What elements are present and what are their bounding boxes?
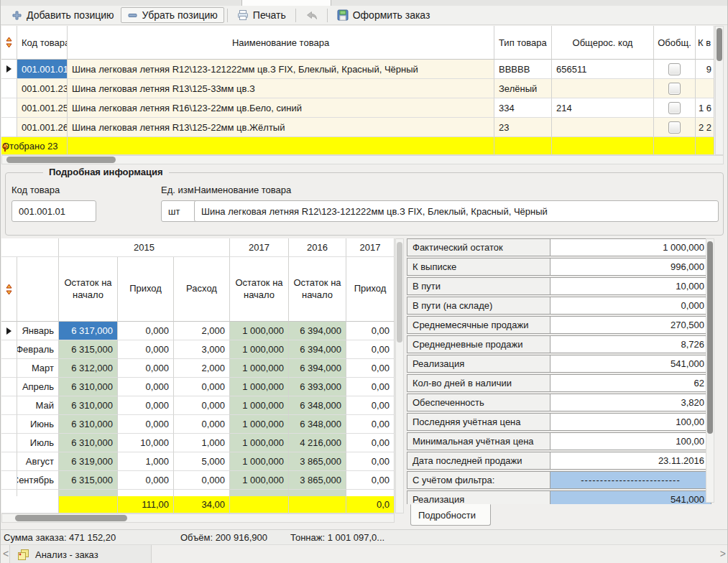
value-cell[interactable]: 1 000,000	[230, 340, 289, 359]
scroll-tabs-right-icon[interactable]: >	[720, 548, 726, 559]
column-header-name[interactable]: Наименование товара	[68, 26, 494, 60]
value-cell[interactable]: 1 000,000	[230, 434, 289, 452]
info-value-cell[interactable]: 1 000,000	[550, 238, 711, 256]
value-cell[interactable]: 6 394,000	[289, 322, 346, 340]
info-value-cell[interactable]: 541,000	[550, 355, 711, 373]
value-cell[interactable]: 6 317,000	[59, 322, 118, 340]
value-cell[interactable]: 1,000	[174, 434, 230, 452]
column-header[interactable]: Приход	[346, 257, 395, 322]
value-cell[interactable]: 0,000	[118, 471, 174, 490]
value-cell[interactable]: 4 216,000	[289, 434, 346, 452]
info-value-cell[interactable]: 270,500	[550, 316, 711, 334]
product-code-cell[interactable]: 001.001.26	[17, 118, 68, 137]
year-header[interactable]: 2016	[289, 238, 346, 257]
product-code-cell[interactable]: 001.001.25	[17, 98, 68, 118]
value-cell[interactable]: 2,000	[174, 322, 230, 340]
active-tab-remnant[interactable]	[241, 0, 331, 6]
value-cell[interactable]: 1 000,000	[230, 452, 289, 471]
value-cell[interactable]: 3,000	[174, 340, 230, 359]
value-cell[interactable]: 0,00	[346, 415, 395, 434]
generalized-checkbox[interactable]	[668, 83, 681, 95]
code-field[interactable]	[11, 200, 96, 222]
value-cell[interactable]: 3 865,000	[289, 452, 346, 471]
product-type-cell[interactable]: Зелёный	[494, 79, 552, 98]
value-cell[interactable]: 0,000	[174, 378, 230, 396]
info-value-cell[interactable]: 3,820	[550, 394, 711, 411]
column-header[interactable]: Приход	[118, 257, 174, 322]
value-cell[interactable]: 6 394,000	[289, 359, 346, 378]
tab-analysis-order[interactable]: Анализ - заказ	[9, 545, 152, 563]
product-code-cell[interactable]: 001.001.01	[17, 60, 68, 79]
column-header[interactable]: Расход	[174, 257, 230, 322]
clipped-value-cell[interactable]: 2 2	[696, 118, 714, 137]
value-cell[interactable]: 1 000,000	[230, 415, 289, 434]
month-cell[interactable]: Февраль	[17, 340, 59, 359]
value-cell[interactable]: 6 319,000	[59, 452, 118, 471]
month-cell[interactable]: Май	[17, 396, 59, 415]
product-name-cell[interactable]: Шина легковая летняя R12\123-121222мм цв…	[68, 60, 494, 79]
column-header-clipped[interactable]: К в	[696, 26, 714, 60]
value-cell[interactable]: 0,00	[346, 452, 395, 471]
info-value-cell[interactable]: 100,00	[550, 432, 711, 450]
value-cell[interactable]: 0,00	[346, 322, 395, 340]
name-field[interactable]	[194, 200, 719, 222]
product-type-cell[interactable]: 23	[494, 118, 552, 137]
value-cell[interactable]: 2,000	[174, 359, 230, 378]
value-cell[interactable]: 6 310,000	[59, 434, 118, 452]
month-cell[interactable]: Август	[17, 452, 59, 471]
value-cell[interactable]: 0,000	[118, 340, 174, 359]
product-type-cell[interactable]: BBBBB	[494, 60, 552, 79]
tab-podrobnosti[interactable]: Подробности	[410, 504, 491, 526]
month-cell[interactable]: Июнь	[17, 415, 59, 434]
info-value-cell[interactable]: 996,000	[550, 258, 711, 276]
column-header-national-code[interactable]: Общерос. код	[552, 26, 654, 60]
value-cell[interactable]: 0,000	[118, 359, 174, 378]
scroll-tabs-left-icon[interactable]: <	[3, 548, 9, 559]
value-cell[interactable]: 5,000	[174, 452, 230, 471]
info-value-cell[interactable]: 23.11.2016	[550, 452, 711, 470]
value-cell[interactable]: 0,000	[118, 378, 174, 396]
info-value-cell[interactable]: 62	[550, 374, 711, 392]
month-cell[interactable]: Март	[17, 359, 59, 378]
year-header[interactable]: 2017	[346, 238, 395, 257]
value-cell[interactable]: 0,000	[118, 322, 174, 340]
generalized-checkbox[interactable]	[668, 121, 681, 134]
column-header-generalized[interactable]: Обобщ.	[654, 26, 696, 60]
value-cell[interactable]: 10,000	[118, 434, 174, 452]
monthly-hscrollbar[interactable]	[1, 513, 395, 523]
product-name-cell[interactable]: Шина легковая летняя R16\123-22мм цв.Бел…	[68, 98, 494, 118]
generalized-checkbox[interactable]	[668, 63, 681, 75]
value-cell[interactable]: 1,000	[118, 452, 174, 471]
value-cell[interactable]: 0,00	[346, 471, 395, 490]
month-cell[interactable]: Январь	[17, 322, 59, 340]
value-cell[interactable]: 1 000,000	[230, 322, 289, 340]
value-cell[interactable]: 6 394,000	[289, 340, 346, 359]
value-cell[interactable]: 3 865,000	[289, 471, 346, 490]
info-value-cell[interactable]: 10,000	[550, 277, 711, 295]
value-cell[interactable]: 1 000,000	[230, 396, 289, 415]
info-value-cell[interactable]: --------------------------	[550, 471, 711, 489]
product-name-cell[interactable]: Шина легковая летняя R13\125-22мм цв.Жёл…	[68, 118, 494, 137]
print-button[interactable]: Печать	[231, 7, 292, 23]
undo-button[interactable]	[299, 8, 324, 23]
clipped-value-cell[interactable]: 1 6	[696, 98, 714, 118]
value-cell[interactable]: 6 310,000	[59, 415, 118, 434]
info-value-cell[interactable]: 0,000	[550, 297, 711, 315]
value-cell[interactable]: 6 348,000	[289, 415, 346, 434]
national-code-cell[interactable]: 214	[552, 98, 654, 118]
value-cell[interactable]: 0,00	[346, 359, 395, 378]
national-code-cell[interactable]	[552, 118, 654, 137]
info-value-cell[interactable]: 8,726	[550, 335, 711, 353]
value-cell[interactable]: 0,000	[174, 415, 230, 434]
value-cell[interactable]: 0,000	[118, 396, 174, 415]
value-cell[interactable]: 1 000,000	[230, 378, 289, 396]
product-name-cell[interactable]: Шина легковая летняя R13\125-33мм цв.З	[68, 79, 494, 98]
clipped-value-cell[interactable]	[696, 79, 714, 98]
generalized-checkbox[interactable]	[668, 102, 681, 114]
value-cell[interactable]: 0,00	[346, 340, 395, 359]
value-cell[interactable]: 0,000	[118, 415, 174, 434]
column-header-type[interactable]: Тип товара	[494, 26, 552, 60]
add-position-button[interactable]: Добавить позицию	[5, 7, 121, 23]
value-cell[interactable]: 0,00	[346, 396, 395, 415]
column-header[interactable]: Остаток на начало	[230, 257, 289, 322]
